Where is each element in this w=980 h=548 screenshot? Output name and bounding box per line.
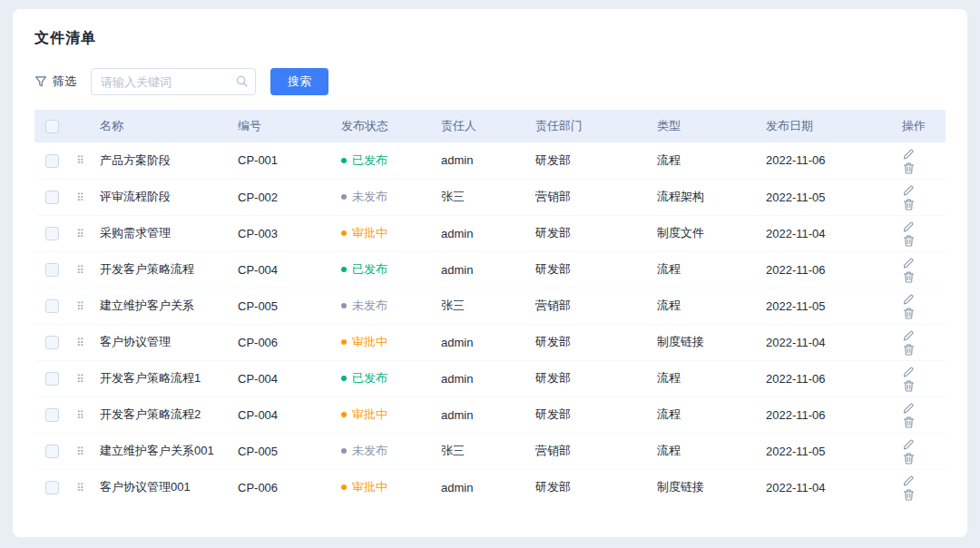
row-department: 研发部 [535,480,571,494]
trash-icon[interactable] [902,343,916,357]
row-department: 研发部 [535,335,571,348]
row-name: 开发客户策略流程1 [100,371,201,385]
row-date: 2022-11-06 [766,153,826,167]
table-row: ⠿ 客户协议管理001 CP-006 审批中 admin 研发部 制度链接 20… [34,469,946,505]
row-name: 建立维护客户关系001 [100,444,214,457]
trash-icon[interactable] [902,234,916,248]
trash-icon[interactable] [902,307,916,320]
drag-handle-icon[interactable]: ⠿ [76,191,84,204]
row-checkbox[interactable] [45,372,59,386]
edit-icon[interactable] [902,292,916,306]
row-code: CP-006 [238,481,278,494]
trash-icon[interactable] [902,270,916,284]
search-input[interactable] [91,68,256,95]
column-header-owner: 责任人 [434,110,528,142]
row-code: CP-002 [238,191,278,204]
status-dot-icon [341,267,347,272]
row-checkbox[interactable] [45,481,59,494]
edit-icon[interactable] [902,328,916,342]
row-department: 研发部 [535,371,571,385]
status-badge: 已发布 [341,152,387,169]
row-name: 开发客户策略流程 [100,262,194,276]
status-dot-icon [341,158,347,163]
drag-handle-icon[interactable]: ⠿ [76,482,84,494]
row-department: 营销部 [535,190,571,203]
row-checkbox[interactable] [45,408,59,422]
row-checkbox[interactable] [45,191,59,204]
row-name: 客户协议管理001 [100,480,191,494]
column-header-name: 名称 [93,110,230,142]
trash-icon[interactable] [902,488,916,502]
status-dot-icon [341,230,347,236]
row-type: 制度链接 [657,480,704,494]
table-header-row: 名称 编号 发布状态 责任人 责任部门 类型 发布日期 操作 [34,110,946,142]
row-type: 制度文件 [657,226,704,240]
row-date: 2022-11-06 [766,408,826,422]
row-type: 流程 [657,298,681,312]
status-dot-icon [341,303,347,308]
status-label: 审批中 [352,479,387,495]
status-label: 审批中 [352,406,387,423]
row-date: 2022-11-04 [766,336,826,349]
drag-handle-icon[interactable]: ⠿ [76,409,84,422]
edit-icon[interactable] [902,365,916,378]
row-checkbox[interactable] [45,445,59,458]
search-icon[interactable] [235,74,249,92]
edit-icon[interactable] [902,220,916,233]
row-name: 开发客户策略流程2 [100,407,201,421]
status-badge: 未发布 [341,443,387,459]
row-type: 流程 [657,371,681,385]
row-code: CP-001 [238,153,278,167]
trash-icon[interactable] [902,452,916,465]
drag-handle-icon[interactable]: ⠿ [76,300,84,313]
trash-icon[interactable] [902,198,916,211]
drag-handle-icon[interactable]: ⠿ [76,337,84,349]
row-checkbox[interactable] [45,227,59,240]
edit-icon[interactable] [902,183,916,197]
row-type: 制度链接 [657,335,704,348]
row-checkbox[interactable] [45,263,59,277]
row-owner: admin [441,336,473,349]
drag-handle-icon[interactable]: ⠿ [76,264,84,277]
row-department: 研发部 [535,226,571,240]
status-label: 审批中 [352,225,387,241]
drag-handle-icon[interactable]: ⠿ [76,373,84,386]
row-owner: admin [441,153,473,167]
status-badge: 审批中 [341,225,387,241]
trash-icon[interactable] [902,379,916,393]
status-badge: 未发布 [341,298,387,314]
trash-icon[interactable] [902,161,916,175]
row-owner: admin [441,408,473,422]
edit-icon[interactable] [902,437,916,451]
table-row: ⠿ 产品方案阶段 CP-001 已发布 admin 研发部 流程 2022-11… [34,142,946,179]
drag-handle-icon[interactable]: ⠿ [76,445,84,458]
status-badge: 已发布 [341,261,387,278]
edit-icon[interactable] [902,147,916,161]
edit-icon[interactable] [902,474,916,487]
funnel-icon [34,75,47,88]
row-checkbox[interactable] [45,336,59,349]
status-badge: 审批中 [341,406,387,423]
search-button[interactable]: 搜索 [270,68,328,95]
edit-icon[interactable] [902,256,916,269]
filter-button[interactable]: 筛选 [34,73,76,90]
drag-handle-icon[interactable]: ⠿ [76,228,84,240]
column-header-code: 编号 [230,110,334,142]
row-date: 2022-11-06 [766,263,826,277]
row-checkbox[interactable] [45,299,59,313]
edit-icon[interactable] [902,401,916,415]
table-row: ⠿ 客户协议管理 CP-006 审批中 admin 研发部 制度链接 2022-… [34,324,946,360]
filter-label: 筛选 [53,73,76,90]
status-dot-icon [341,448,347,454]
row-checkbox[interactable] [45,154,59,168]
row-department: 研发部 [535,407,571,421]
row-department: 营销部 [535,444,571,457]
trash-icon[interactable] [902,416,916,429]
drag-handle-icon[interactable]: ⠿ [76,154,84,167]
select-all-checkbox[interactable] [45,120,59,133]
row-code: CP-005 [238,445,278,458]
row-code: CP-006 [238,336,278,349]
row-department: 研发部 [535,153,571,167]
status-badge: 审批中 [341,479,387,495]
drag-column-header [69,110,93,142]
